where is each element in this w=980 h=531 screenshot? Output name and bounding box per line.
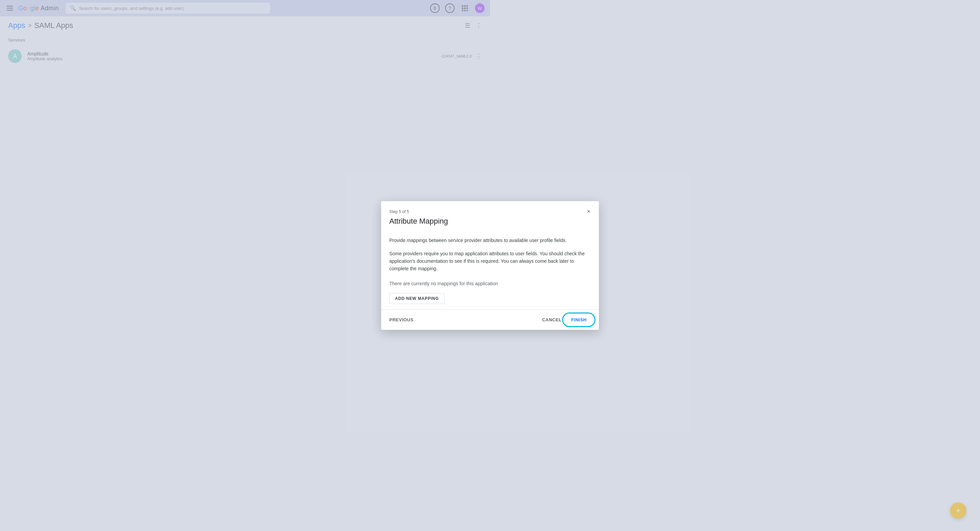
dialog-title: Attribute Mapping	[389, 217, 490, 226]
dialog-step-label: Step 5 of 5	[389, 209, 490, 214]
dialog-body: Provide mappings between service provide…	[381, 231, 490, 266]
dialog-description-1: Provide mappings between service provide…	[389, 236, 490, 244]
dialog-description-2: Some providers require you to map applic…	[389, 250, 490, 266]
attribute-mapping-dialog: × Step 5 of 5 Attribute Mapping Provide …	[381, 201, 490, 266]
modal-overlay: × Step 5 of 5 Attribute Mapping Provide …	[0, 0, 490, 266]
dialog-header: Step 5 of 5 Attribute Mapping	[381, 201, 490, 231]
